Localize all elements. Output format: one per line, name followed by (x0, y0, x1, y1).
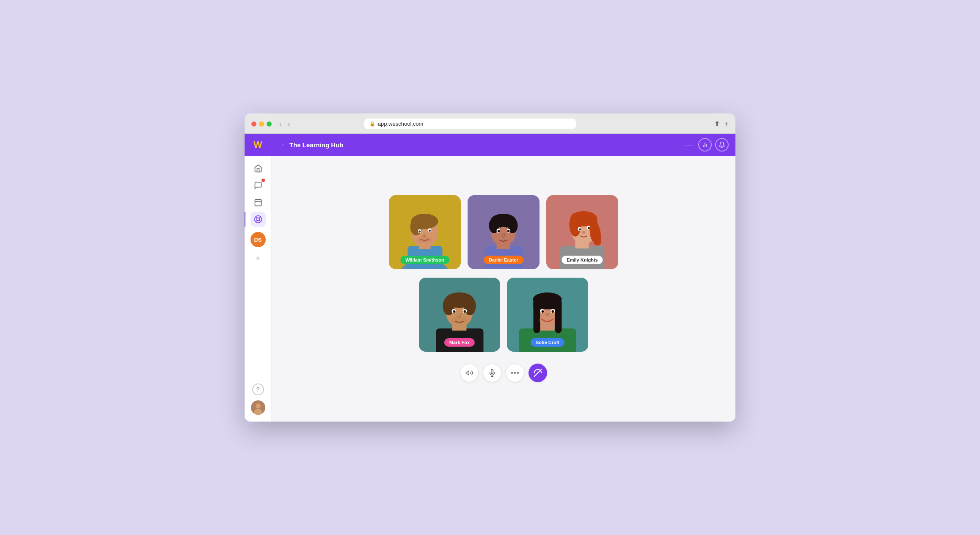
svg-rect-65 (534, 299, 540, 333)
daniel-video: Daniel Easter (468, 195, 540, 269)
sidebar-home-wrapper (245, 161, 271, 176)
emily-name-badge: Emily Knights (562, 256, 603, 264)
active-indicator (245, 212, 245, 227)
svg-line-8 (259, 217, 261, 218)
end-call-button[interactable] (529, 364, 547, 382)
svg-point-69 (542, 310, 544, 313)
svg-line-7 (259, 220, 261, 222)
end-call-icon (534, 369, 542, 377)
share-button[interactable]: ⬆ (714, 120, 720, 128)
svg-point-47 (588, 227, 590, 229)
sidebar-add-button[interactable]: + (251, 251, 266, 266)
mic-button[interactable] (483, 364, 501, 382)
dots-icon (511, 372, 519, 374)
svg-point-11 (256, 403, 261, 408)
header-actions (698, 138, 729, 152)
emily-video: Emily Knights (546, 195, 618, 269)
user-avatar[interactable] (251, 400, 265, 415)
sofie-name-badge: Sofie Croft (531, 338, 564, 347)
forward-button[interactable]: › (286, 120, 293, 128)
maximize-button[interactable] (267, 121, 272, 127)
chat-badge (262, 179, 265, 182)
sidebar-bottom: ? (251, 383, 265, 415)
svg-point-25 (429, 230, 431, 232)
sidebar-chat-wrapper (245, 178, 271, 193)
traffic-lights (251, 121, 272, 127)
svg-point-57 (453, 310, 456, 313)
svg-rect-0 (255, 199, 261, 206)
lock-icon: 🔒 (369, 121, 375, 127)
browser-chrome: ‹ › 🔒 app.weschool.com ⬆ + (245, 113, 735, 134)
bell-icon (718, 141, 725, 148)
question-icon: ? (256, 386, 260, 393)
mic-icon (488, 369, 496, 377)
audio-button[interactable] (460, 364, 479, 382)
help-button[interactable]: ? (252, 383, 264, 395)
sidebar-logo[interactable]: W (245, 134, 272, 156)
video-row-1: William Smithson (389, 195, 618, 269)
svg-point-48 (582, 231, 586, 234)
svg-point-36 (498, 230, 500, 232)
svg-point-58 (464, 310, 466, 313)
user-initials: DS (254, 237, 262, 243)
header-more-button[interactable]: ··· (685, 141, 694, 149)
svg-point-27 (417, 236, 432, 243)
svg-marker-72 (466, 371, 469, 375)
svg-rect-66 (555, 299, 562, 333)
participant-card-william[interactable]: William Smithson (389, 195, 461, 269)
svg-point-77 (517, 372, 519, 374)
back-button[interactable]: ‹ (277, 120, 284, 128)
mark-name-badge: Mark Fox (444, 338, 475, 347)
add-icon: + (256, 254, 260, 263)
sidebar-item-home[interactable] (251, 161, 266, 176)
sidebar-item-community[interactable] (251, 212, 266, 227)
svg-point-70 (552, 310, 554, 313)
video-row-2: Mark Fox (419, 278, 588, 352)
chat-icon (254, 181, 262, 190)
close-button[interactable] (251, 121, 256, 127)
william-name-badge: William Smithson (400, 256, 449, 264)
svg-line-9 (256, 220, 257, 222)
logo-letter: W (253, 139, 262, 150)
svg-point-76 (514, 372, 516, 374)
user-avatar-image (251, 400, 265, 415)
address-bar[interactable]: 🔒 app.weschool.com (364, 119, 576, 129)
participant-card-emily[interactable]: Emily Knights (546, 195, 618, 269)
control-bar (460, 364, 547, 382)
svg-point-46 (579, 229, 581, 231)
sofie-video: Sofie Croft (507, 278, 588, 352)
content-area: William Smithson (272, 156, 735, 422)
daniel-name-badge: Daniel Easter (484, 256, 523, 264)
sidebar-item-chat[interactable] (251, 178, 266, 193)
calendar-icon (254, 198, 262, 207)
app-main: → The Learning Hub ··· (272, 134, 735, 422)
minimize-button[interactable] (259, 121, 264, 127)
browser-window: ‹ › 🔒 app.weschool.com ⬆ + W (245, 113, 735, 422)
svg-point-37 (507, 230, 510, 232)
app-container: W (245, 134, 735, 422)
participant-card-mark[interactable]: Mark Fox (419, 278, 500, 352)
sidebar-user-ds[interactable]: DS (251, 232, 266, 247)
page-title: The Learning Hub (289, 141, 681, 149)
sidebar-item-calendar[interactable] (251, 195, 266, 210)
header-arrow-icon: → (278, 141, 285, 149)
community-icon (254, 215, 262, 223)
sidebar-community-wrapper (245, 212, 271, 227)
participant-card-daniel[interactable]: Daniel Easter (468, 195, 540, 269)
svg-point-71 (546, 313, 549, 316)
new-tab-button[interactable]: + (725, 120, 729, 128)
url-text: app.weschool.com (378, 121, 424, 127)
svg-point-5 (256, 218, 259, 221)
home-icon (254, 164, 262, 173)
mark-video: Mark Fox (419, 278, 500, 352)
william-video: William Smithson (389, 195, 461, 269)
svg-point-59 (451, 317, 468, 324)
participant-card-sofie[interactable]: Sofie Croft (507, 278, 588, 352)
more-options-button[interactable] (506, 364, 524, 382)
analytics-button[interactable] (698, 138, 712, 152)
speaker-icon (465, 369, 473, 377)
svg-line-6 (256, 217, 257, 218)
chart-icon (702, 141, 708, 148)
app-header: → The Learning Hub ··· (272, 134, 735, 156)
notifications-button[interactable] (715, 138, 729, 152)
